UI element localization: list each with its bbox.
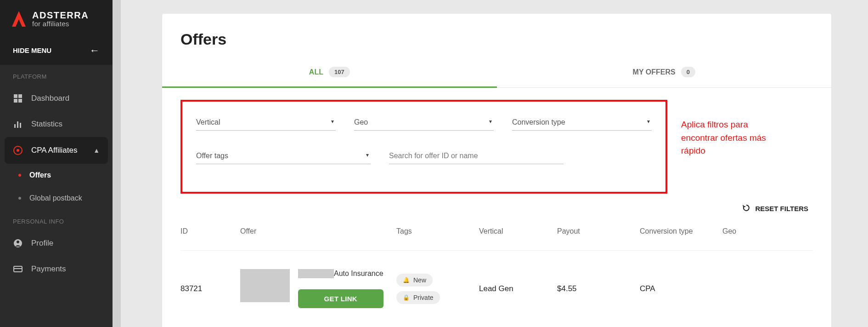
tab-my-count: 0 bbox=[681, 67, 695, 77]
card-icon bbox=[13, 264, 23, 274]
subnav-postback-label: Global postback bbox=[29, 194, 82, 202]
offer-name: Auto Insurance bbox=[334, 270, 383, 278]
subnav-offers-label: Offers bbox=[29, 171, 51, 179]
col-payout: Payout bbox=[557, 227, 640, 235]
nav-dashboard-label: Dashboard bbox=[31, 94, 69, 103]
table-header: ID Offer Tags Vertical Payout Conversion… bbox=[180, 213, 813, 251]
tag-new: 🔔 New bbox=[396, 274, 433, 287]
tab-all-label: ALL bbox=[309, 68, 323, 76]
sidebar: ADSTERRA for affiliates HIDE MENU ← PLAT… bbox=[0, 0, 113, 327]
subnav-global-postback[interactable]: Global postback bbox=[0, 187, 113, 210]
nav-cpa-label: CPA Affiliates bbox=[31, 146, 77, 155]
caret-down-icon: ▾ bbox=[647, 118, 650, 125]
tab-my-label: MY OFFERS bbox=[633, 68, 676, 76]
redacted-block bbox=[298, 269, 334, 278]
get-link-button[interactable]: GET LINK bbox=[298, 289, 383, 308]
svg-rect-6 bbox=[20, 123, 21, 128]
cell-conversion: CPA bbox=[640, 284, 722, 293]
cell-tags: 🔔 New 🔒 Private bbox=[396, 274, 479, 304]
section-personal-label: PERSONAL INFO bbox=[0, 210, 113, 230]
svg-rect-4 bbox=[14, 124, 16, 128]
bullet-icon bbox=[18, 174, 21, 177]
col-tags: Tags bbox=[396, 227, 479, 235]
lock-icon: 🔒 bbox=[403, 294, 410, 301]
svg-rect-5 bbox=[17, 121, 18, 128]
nav-statistics[interactable]: Statistics bbox=[0, 111, 113, 137]
filter-geo-label: Geo bbox=[354, 118, 368, 126]
main-content: Offers ALL 107 MY OFFERS 0 Vertical ▾ bbox=[121, 0, 868, 327]
filter-offer-tags[interactable]: Offer tags ▾ bbox=[196, 149, 371, 164]
hide-menu-label: HIDE MENU bbox=[13, 46, 51, 54]
reset-filters-label: RESET FILTERS bbox=[755, 205, 808, 212]
chevron-up-icon: ▲ bbox=[93, 147, 100, 154]
table-row: 83721 Auto Insurance GET LINK 🔔 Ne bbox=[180, 251, 813, 327]
offer-thumbnail bbox=[240, 269, 290, 302]
hide-menu-toggle[interactable]: HIDE MENU ← bbox=[0, 36, 113, 65]
nav-profile[interactable]: Profile bbox=[0, 230, 113, 256]
tag-new-label: New bbox=[413, 276, 426, 284]
resize-handle[interactable] bbox=[113, 0, 121, 327]
svg-rect-1 bbox=[18, 94, 22, 98]
filter-conversion-label: Conversion type bbox=[512, 118, 565, 126]
col-geo: Geo bbox=[722, 227, 778, 235]
adsterra-logo-icon bbox=[11, 10, 27, 28]
col-offer: Offer bbox=[240, 227, 396, 235]
nav-profile-label: Profile bbox=[31, 239, 53, 248]
brand-name: ADSTERRA bbox=[32, 10, 89, 20]
offers-card: Offers ALL 107 MY OFFERS 0 Vertical ▾ bbox=[162, 14, 831, 327]
profile-icon bbox=[13, 239, 23, 248]
filter-tags-label: Offer tags bbox=[196, 152, 228, 160]
bullet-icon bbox=[18, 197, 21, 200]
nav-payments[interactable]: Payments bbox=[0, 256, 113, 282]
filter-geo[interactable]: Geo ▾ bbox=[354, 115, 494, 131]
tab-all-count: 107 bbox=[329, 67, 350, 77]
stats-icon bbox=[13, 120, 23, 129]
history-icon bbox=[742, 204, 750, 213]
nav-statistics-label: Statistics bbox=[31, 120, 62, 129]
filter-vertical[interactable]: Vertical ▾ bbox=[196, 115, 336, 131]
col-id: ID bbox=[180, 227, 240, 235]
reset-filters-button[interactable]: RESET FILTERS bbox=[742, 204, 808, 213]
svg-rect-2 bbox=[14, 99, 17, 103]
svg-rect-3 bbox=[18, 99, 22, 103]
col-conversion: Conversion type bbox=[640, 227, 722, 235]
cell-id: 83721 bbox=[180, 284, 240, 293]
cell-payout: $4.55 bbox=[557, 284, 640, 293]
nav-dashboard[interactable]: Dashboard bbox=[0, 86, 113, 111]
search-offer-input-wrap[interactable] bbox=[389, 149, 564, 164]
search-offer-input[interactable] bbox=[389, 152, 564, 160]
dashboard-icon bbox=[13, 94, 23, 103]
tag-private: 🔒 Private bbox=[396, 291, 440, 304]
nav-cpa-affiliates[interactable]: CPA Affiliates ▲ bbox=[5, 137, 108, 164]
svg-point-8 bbox=[17, 149, 19, 152]
annotation-text: Aplica filtros para encontrar ofertas má… bbox=[681, 100, 778, 158]
caret-down-icon: ▾ bbox=[489, 118, 492, 125]
tab-my-offers[interactable]: MY OFFERS 0 bbox=[497, 60, 832, 87]
target-icon bbox=[13, 145, 23, 155]
svg-rect-0 bbox=[14, 94, 17, 98]
page-title: Offers bbox=[162, 14, 831, 60]
offers-table: ID Offer Tags Vertical Payout Conversion… bbox=[162, 213, 831, 327]
nav-payments-label: Payments bbox=[31, 264, 66, 274]
offer-tabs: ALL 107 MY OFFERS 0 bbox=[162, 60, 831, 88]
cell-offer: Auto Insurance GET LINK bbox=[240, 269, 396, 308]
tag-private-label: Private bbox=[413, 294, 434, 301]
filter-vertical-label: Vertical bbox=[196, 118, 220, 126]
cell-vertical: Lead Gen bbox=[479, 284, 557, 293]
bell-icon: 🔔 bbox=[403, 277, 410, 283]
col-vertical: Vertical bbox=[479, 227, 557, 235]
subnav-offers[interactable]: Offers bbox=[0, 164, 113, 187]
svg-rect-12 bbox=[14, 268, 22, 269]
brand-tagline: for affiliates bbox=[32, 20, 89, 28]
tab-all[interactable]: ALL 107 bbox=[162, 60, 497, 87]
svg-point-10 bbox=[17, 241, 19, 243]
brand-logo: ADSTERRA for affiliates bbox=[0, 0, 113, 36]
caret-down-icon: ▾ bbox=[366, 152, 369, 158]
arrow-left-icon: ← bbox=[90, 45, 100, 57]
caret-down-icon: ▾ bbox=[331, 118, 334, 125]
filter-conversion-type[interactable]: Conversion type ▾ bbox=[512, 115, 652, 131]
filters-highlight-box: Vertical ▾ Geo ▾ Conversion type ▾ Offer… bbox=[180, 100, 667, 194]
section-platform-label: PLATFORM bbox=[0, 65, 113, 86]
